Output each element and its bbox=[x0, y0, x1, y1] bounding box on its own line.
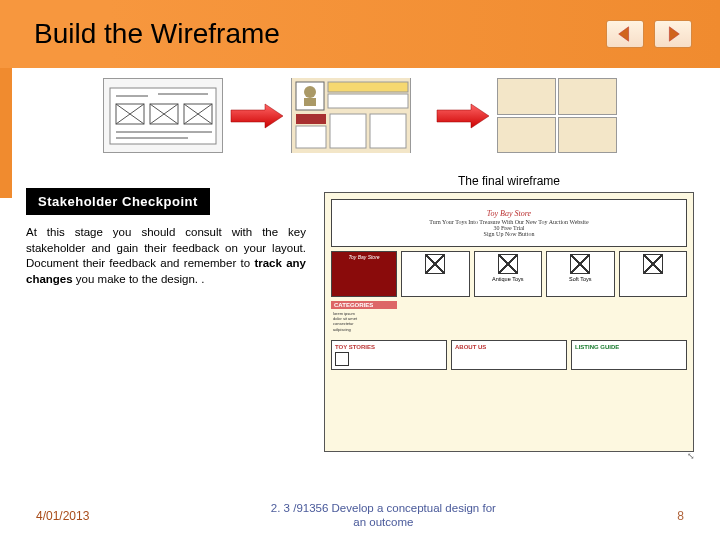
wf-site-title: Toy Bay Store bbox=[487, 209, 531, 218]
svg-point-19 bbox=[304, 86, 316, 98]
placeholder-icon bbox=[643, 254, 663, 274]
arrow-icon bbox=[435, 102, 491, 130]
slide-title: Build the Wireframe bbox=[34, 18, 280, 50]
svg-rect-26 bbox=[370, 114, 406, 148]
wf-listing: LISTING GUIDE bbox=[571, 340, 687, 370]
placeholder-icon bbox=[498, 254, 518, 274]
wf-cta2: Sign Up Now Button bbox=[484, 231, 535, 237]
svg-rect-24 bbox=[296, 126, 326, 148]
page-number: 8 bbox=[677, 509, 684, 523]
wf-about: ABOUT US bbox=[451, 340, 567, 370]
wf-catcell-2: Antique Toys bbox=[474, 251, 543, 297]
resize-handle-icon: ⤡ bbox=[687, 451, 695, 461]
final-wireframe: Toy Bay Store Turn Your Toys Into Treasu… bbox=[324, 192, 694, 452]
right-column: The final wireframe Toy Bay Store Turn Y… bbox=[306, 188, 694, 452]
sketch-thumb bbox=[103, 78, 223, 153]
proto-thumb-2 bbox=[497, 78, 617, 153]
wf-header: Toy Bay Store Turn Your Toys Into Treasu… bbox=[331, 199, 687, 247]
svg-rect-22 bbox=[328, 94, 408, 108]
next-button[interactable] bbox=[654, 20, 692, 48]
wf-catcell-3: Soft Toys bbox=[546, 251, 615, 297]
footer-date: 4/01/2013 bbox=[36, 509, 89, 523]
slide-footer: 4/01/2013 2. 3 /91356 Develop a conceptu… bbox=[0, 502, 720, 530]
svg-marker-27 bbox=[437, 104, 489, 128]
wf-bottom-row: TOY STORIES ABOUT US LISTING GUIDE bbox=[331, 340, 687, 370]
wf-sidebar-logo: Toy Bay Store bbox=[331, 251, 397, 297]
footer-mid: 2. 3 /91356 Develop a conceptual design … bbox=[271, 502, 496, 530]
side-accent bbox=[0, 68, 12, 198]
wf-catcell-1 bbox=[401, 251, 470, 297]
wf-stories: TOY STORIES bbox=[331, 340, 447, 370]
svg-rect-21 bbox=[328, 82, 408, 92]
checkpoint-label: Stakeholder Checkpoint bbox=[26, 188, 210, 215]
checkpoint-text: At this stage you should consult with th… bbox=[26, 225, 306, 287]
wf-mid-row: Toy Bay Store CATEGORIES lorem ipsumdolo… bbox=[331, 251, 687, 334]
content-area: Stakeholder Checkpoint At this stage you… bbox=[26, 188, 694, 452]
placeholder-icon bbox=[425, 254, 445, 274]
svg-marker-16 bbox=[231, 104, 283, 128]
wf-catcell-4 bbox=[619, 251, 688, 297]
thumbnail-row bbox=[0, 78, 720, 153]
para2: you make to the design. . bbox=[73, 273, 205, 285]
svg-rect-20 bbox=[304, 98, 316, 106]
svg-marker-0 bbox=[619, 27, 629, 41]
arrow-icon bbox=[229, 102, 285, 130]
svg-rect-23 bbox=[296, 114, 326, 124]
nav-buttons bbox=[606, 20, 692, 48]
svg-rect-25 bbox=[330, 114, 366, 148]
wf-cats-label: CATEGORIES bbox=[331, 301, 397, 309]
svg-marker-1 bbox=[669, 27, 679, 41]
placeholder-icon bbox=[570, 254, 590, 274]
prev-button[interactable] bbox=[606, 20, 644, 48]
slide-header: Build the Wireframe bbox=[0, 0, 720, 68]
proto-thumb-1 bbox=[291, 78, 411, 153]
wf-cat-list: lorem ipsumdolor sit ametconsecteturadip… bbox=[331, 309, 397, 334]
left-column: Stakeholder Checkpoint At this stage you… bbox=[26, 188, 306, 452]
final-caption: The final wireframe bbox=[324, 174, 694, 188]
